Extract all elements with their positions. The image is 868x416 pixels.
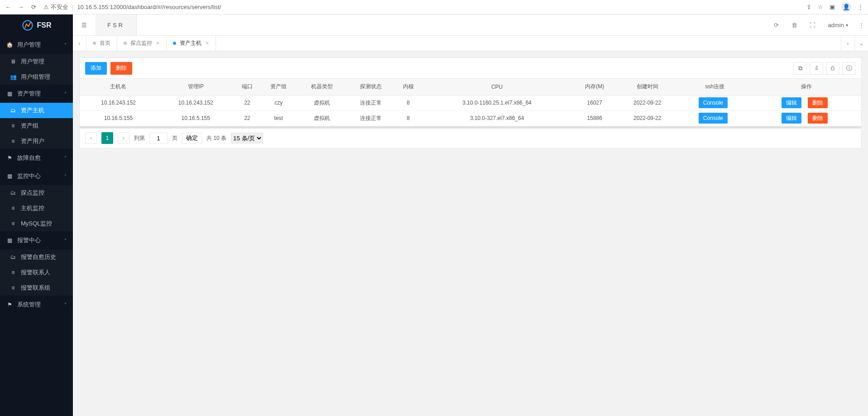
servers-table: 主机名管理IP端口资产组机器类型探测状态内核CPU内存(M)创建时间ssh连接操…	[80, 79, 861, 126]
tab-label: 首页	[100, 39, 110, 47]
item-icon: 🗂	[10, 107, 16, 114]
cell: 3.10.0-327.el7.x86_64	[421, 110, 573, 126]
nav-reload-icon[interactable]: ⟳	[30, 4, 37, 10]
panel-icon[interactable]: ▣	[830, 4, 835, 10]
app-tab[interactable]: FSR	[96, 14, 137, 35]
item-icon: 👥	[10, 74, 16, 80]
column-header: CPU	[421, 79, 573, 95]
print-icon[interactable]: ⎙	[826, 62, 839, 75]
cell: 15886	[573, 110, 616, 126]
item-icon: 🗂	[10, 190, 16, 196]
tabs-dropdown[interactable]: ⌄	[854, 36, 868, 51]
tab-close-icon[interactable]: ✕	[205, 40, 209, 46]
sidebar-item[interactable]: ≡资产组	[0, 118, 73, 134]
sidebar-item-label: 资产组	[21, 122, 38, 130]
share-icon[interactable]: ⇪	[806, 4, 811, 10]
goto-confirm-button[interactable]: 确定	[182, 133, 202, 143]
sidebar-item[interactable]: ≡主机监控	[0, 201, 73, 216]
sidebar-item[interactable]: 🗂报警自愈历史	[0, 249, 73, 265]
page-input[interactable]	[149, 133, 168, 143]
cell: 2022-09-22	[616, 110, 679, 126]
fullscreen-icon[interactable]: ⛶	[804, 22, 822, 29]
row-delete-button[interactable]: 删除	[808, 97, 828, 108]
chevron-icon: ˄	[64, 174, 67, 179]
address-bar[interactable]: ⚠ 不安全 | 10.16.5.155:12000/dashboard/#//r…	[43, 3, 800, 11]
table-row[interactable]: 10.16.5.15510.16.5.15522test虚拟机连接正常83.10…	[80, 110, 861, 126]
export-icon[interactable]: ⇩	[810, 62, 823, 75]
tabs-scroll-right[interactable]: ›	[841, 36, 854, 51]
tab[interactable]: 首页	[86, 36, 117, 51]
trash-icon[interactable]: 🗑	[786, 22, 804, 29]
insecure-badge: ⚠ 不安全	[43, 3, 68, 11]
sidebar: FSR 🏠用户管理˄🖥用户管理👥用户组管理▦资产管理˄🗂资产主机≡资产组≡资产用…	[0, 14, 73, 416]
page-number-current[interactable]: 1	[101, 132, 113, 144]
tab-close-icon[interactable]: ✕	[156, 40, 160, 46]
column-header: 探测状态	[346, 79, 395, 95]
sidebar-item[interactable]: 🗂资产主机	[0, 103, 73, 118]
toolbar: 添加 删除 ⧉ ⇩ ⎙ ⓘ	[80, 58, 861, 79]
sidebar-item[interactable]: 🗂探点监控	[0, 185, 73, 201]
brand-logo[interactable]: FSR	[0, 14, 73, 36]
sidebar-group[interactable]: ⚑故障自愈˅	[0, 149, 73, 167]
cell: 连接正常	[346, 95, 395, 110]
sidebar-group[interactable]: 🏠用户管理˄	[0, 36, 73, 54]
item-icon: ≡	[10, 285, 16, 291]
more-icon[interactable]: ⋮	[858, 4, 863, 10]
columns-icon[interactable]: ⧉	[793, 62, 807, 75]
user-menu[interactable]: admin ▾	[822, 22, 854, 29]
total-label: 共 10 条	[206, 134, 226, 142]
group-icon: ▦	[6, 237, 13, 244]
topbar-more-icon[interactable]: ⋮	[854, 22, 868, 29]
delete-button[interactable]: 删除	[110, 62, 132, 75]
sidebar-item[interactable]: ≡MySQL监控	[0, 216, 73, 231]
sidebar-group[interactable]: ▦报警中心˄	[0, 231, 73, 249]
sidebar-group[interactable]: ⚑系统管理˅	[0, 296, 73, 314]
table-row[interactable]: 10.16.243.15210.16.243.15222czy虚拟机连接正常83…	[80, 95, 861, 110]
sidebar-item[interactable]: ≡报警联系组	[0, 280, 73, 296]
group-label: 系统管理	[17, 301, 41, 309]
url-text: 10.16.5.155:12000/dashboard/#//resources…	[77, 4, 221, 10]
tabs-scroll-left[interactable]: ‹	[73, 36, 86, 51]
collapse-sidebar-button[interactable]: ☰	[73, 22, 96, 29]
row-delete-button[interactable]: 删除	[808, 113, 828, 124]
app-tabs: ‹ 首页探点监控✕资产主机✕ › ⌄	[73, 36, 868, 51]
column-header: 机器类型	[297, 79, 346, 95]
console-button[interactable]: Console	[699, 113, 728, 124]
tab[interactable]: 资产主机✕	[167, 36, 216, 51]
group-label: 监控中心	[17, 172, 41, 180]
warning-icon: ⚠	[43, 4, 49, 10]
sidebar-item-label: 主机监控	[21, 204, 44, 212]
cell: 10.16.5.155	[80, 110, 157, 126]
topbar: ☰ FSR ⟳ 🗑 ⛶ admin ▾ ⋮	[73, 14, 868, 36]
cell: 16027	[573, 95, 616, 110]
profile-avatar[interactable]: 👤	[841, 2, 851, 12]
brand-text: FSR	[37, 21, 52, 29]
edit-button[interactable]: 编辑	[782, 97, 801, 108]
sidebar-group[interactable]: ▦资产管理˄	[0, 85, 73, 103]
sidebar-item-label: 探点监控	[21, 189, 44, 197]
nav-forward-icon[interactable]: →	[17, 4, 24, 10]
sidebar-group[interactable]: ▦监控中心˄	[0, 167, 73, 185]
sidebar-item[interactable]: 👥用户组管理	[0, 69, 73, 85]
edit-button[interactable]: 编辑	[782, 113, 801, 124]
sidebar-item[interactable]: 🖥用户管理	[0, 54, 73, 69]
chevron-icon: ˄	[64, 43, 67, 48]
item-icon: 🗂	[10, 254, 16, 260]
tab-status-dot	[173, 42, 176, 45]
page-prev-button[interactable]: ‹	[85, 132, 97, 144]
bookmark-icon[interactable]: ☆	[818, 4, 823, 10]
add-button[interactable]: 添加	[85, 62, 107, 75]
column-header: 内核	[395, 79, 421, 95]
nav-back-icon[interactable]: ←	[5, 4, 12, 10]
sidebar-item[interactable]: ≡资产用户	[0, 134, 73, 149]
info-icon[interactable]: ⓘ	[842, 62, 856, 75]
refresh-icon[interactable]: ⟳	[767, 22, 786, 29]
page-size-select[interactable]: 15 条/页	[231, 133, 263, 143]
cell: 连接正常	[346, 110, 395, 126]
console-button[interactable]: Console	[699, 97, 728, 108]
sidebar-item[interactable]: ≡报警联系人	[0, 265, 73, 280]
tab[interactable]: 探点监控✕	[117, 36, 167, 51]
page-next-button[interactable]: ›	[118, 132, 129, 144]
group-icon: ⚑	[6, 155, 13, 161]
column-header: 管理IP	[157, 79, 235, 95]
